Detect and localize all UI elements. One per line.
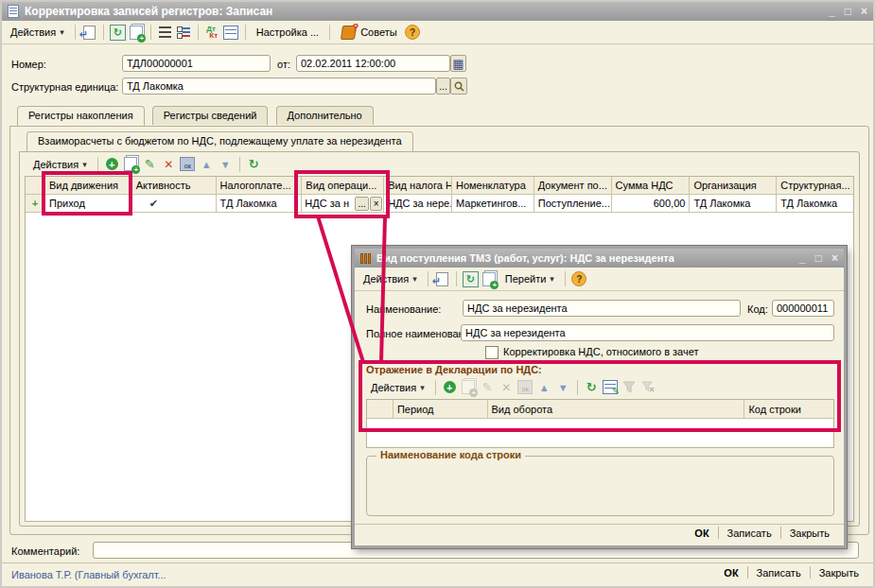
help-icon[interactable]: ? xyxy=(571,271,587,286)
move-up-icon[interactable]: ▲ xyxy=(199,157,215,172)
filter-clear-icon[interactable] xyxy=(640,380,656,395)
col-nomenclature[interactable]: Номенклатура xyxy=(452,177,534,195)
table-actions-menu[interactable]: Действия▾ xyxy=(28,157,92,172)
tab-additional[interactable]: Дополнительно xyxy=(276,106,374,125)
maximize-button[interactable]: □ xyxy=(845,5,851,18)
col-document[interactable]: Документ по... xyxy=(534,177,612,195)
move-up-icon[interactable]: ▲ xyxy=(536,380,552,395)
dialog-save-button[interactable]: Записать xyxy=(719,527,780,539)
date-label: от: xyxy=(277,59,290,70)
full-name-input[interactable]: НДС за нерезидента xyxy=(461,324,834,341)
table-row[interactable]: + Приход ✔ ТД Лакомка НДС за н ... × НДС… xyxy=(26,195,853,213)
vat-correction-checkbox[interactable] xyxy=(485,346,499,359)
ok-button[interactable]: ОК xyxy=(715,567,746,579)
number-input[interactable]: ТДЛ00000001 xyxy=(122,55,271,72)
unit-input[interactable]: ТД Лакомка xyxy=(122,78,436,95)
filter-icon[interactable] xyxy=(621,380,638,395)
add-row-icon[interactable]: + xyxy=(104,157,120,172)
declaration-empty-area[interactable] xyxy=(367,419,833,447)
copy-icon[interactable]: + xyxy=(481,271,498,286)
report-icon[interactable] xyxy=(223,25,239,40)
write-icon[interactable]: ↵ xyxy=(81,25,97,40)
unit-select-button[interactable]: ... xyxy=(436,78,450,95)
col-line-code[interactable]: Код строки xyxy=(744,400,833,419)
copy-icon[interactable]: + xyxy=(129,25,145,40)
calendar-button[interactable]: ▦ xyxy=(450,55,466,72)
actions-menu-button[interactable]: Действия▾ xyxy=(6,25,69,40)
copy-row-icon[interactable]: + xyxy=(461,380,477,395)
copy-row-icon[interactable]: + xyxy=(123,157,139,172)
refresh-icon[interactable]: ↻ xyxy=(110,25,126,40)
tips-button[interactable]: ? Советы xyxy=(336,23,401,42)
dialog-actions-menu[interactable]: Действия▾ xyxy=(359,271,422,286)
list-icon[interactable] xyxy=(157,25,173,40)
chevron-down-icon: ▾ xyxy=(550,274,554,284)
refresh-icon[interactable]: ↻ xyxy=(463,271,479,286)
move-down-icon[interactable]: ▼ xyxy=(218,157,234,172)
dialog-maximize-button[interactable]: □ xyxy=(815,251,822,265)
declaration-actions-menu[interactable]: Действия▾ xyxy=(366,380,429,395)
filter-settings-icon[interactable]: ✎ xyxy=(603,380,619,395)
tab-information-registers[interactable]: Регистры сведений xyxy=(152,106,269,125)
operation-clear-button[interactable]: × xyxy=(370,197,382,211)
selector-header xyxy=(367,400,394,419)
write-icon[interactable]: ↵ xyxy=(434,271,450,286)
move-down-icon[interactable]: ▼ xyxy=(555,380,571,395)
col-taxpayer[interactable]: Налогоплате... xyxy=(217,177,303,195)
col-unit[interactable]: Структурная... xyxy=(777,177,853,195)
delete-row-icon[interactable]: ✕ xyxy=(499,380,515,395)
chevron-down-icon: ▾ xyxy=(60,27,64,37)
save-button[interactable]: Записать xyxy=(748,567,810,579)
col-activity[interactable]: Активность xyxy=(132,177,217,195)
dialog-close-form-button[interactable]: Закрыть xyxy=(781,527,838,539)
go-menu-button[interactable]: Перейти▾ xyxy=(500,271,559,286)
unit-search-button[interactable] xyxy=(450,78,467,95)
mark-list-icon[interactable] xyxy=(176,25,192,40)
col-tax-kind[interactable]: Вид налога Н... xyxy=(384,177,452,195)
end-edit-icon[interactable]: ок xyxy=(180,157,196,172)
cell-tax-kind[interactable]: НДС за нере... xyxy=(384,195,452,213)
date-input[interactable]: 02.02.2011 12:00:00 xyxy=(296,55,450,72)
cell-vat-sum[interactable]: 600,00 xyxy=(612,195,691,213)
col-organization[interactable]: Организация xyxy=(690,177,777,195)
separator xyxy=(329,25,330,40)
operation-select-button[interactable]: ... xyxy=(355,197,369,211)
settings-button[interactable]: Настройка ... xyxy=(252,25,324,40)
edit-row-icon[interactable]: ✎ xyxy=(142,157,158,172)
name-input[interactable]: НДС за нерезидента xyxy=(463,300,741,317)
cell-organization[interactable]: ТД Лакомка xyxy=(690,195,777,213)
col-turnover-kind[interactable]: Вид оборота xyxy=(488,400,745,419)
dialog-ok-button[interactable]: ОК xyxy=(686,527,717,539)
dtkt-icon[interactable]: ДтКт xyxy=(204,25,220,40)
declaration-toolbar: Действия▾ + + ✎ ✕ ок ▲ ▼ ↻ ✎ xyxy=(362,376,779,398)
col-period[interactable]: Период xyxy=(394,400,488,419)
col-operation[interactable]: Вид операци... xyxy=(302,177,384,195)
dialog-close-button[interactable]: × xyxy=(831,251,838,265)
edit-row-icon[interactable]: ✎ xyxy=(480,380,496,395)
minimize-button[interactable]: _ xyxy=(829,5,835,18)
refresh-table-icon[interactable]: ↻ xyxy=(584,380,600,395)
code-input[interactable]: 000000011 xyxy=(772,300,834,317)
separator xyxy=(577,380,578,395)
end-edit-icon[interactable]: ок xyxy=(517,380,534,395)
cell-document[interactable]: Поступление... xyxy=(534,195,612,213)
cell-taxpayer[interactable]: ТД Лакомка xyxy=(217,195,303,213)
cell-operation[interactable]: НДС за н ... × xyxy=(302,195,384,213)
inner-tab-vat-settlements[interactable]: Взаиморасчеты с бюджетом по НДС, подлежа… xyxy=(26,131,413,151)
cell-activity[interactable]: ✔ xyxy=(132,195,217,213)
document-icon xyxy=(8,5,19,18)
dialog-minimize-button[interactable]: _ xyxy=(799,251,806,265)
col-kind[interactable]: Вид движения xyxy=(45,177,132,195)
add-row-icon[interactable]: + xyxy=(442,380,458,395)
delete-row-icon[interactable]: ✕ xyxy=(161,157,177,172)
tab-accumulation-registers[interactable]: Регистры накопления xyxy=(17,106,145,126)
cell-unit[interactable]: ТД Лакомка xyxy=(777,195,853,213)
help-icon[interactable]: ? xyxy=(405,25,421,40)
close-form-button[interactable]: Закрыть xyxy=(811,567,867,579)
cell-nomenclature[interactable]: Маркетингов... xyxy=(452,195,534,213)
cell-kind[interactable]: Приход xyxy=(45,195,132,213)
col-vat-sum[interactable]: Сумма НДС xyxy=(612,177,691,195)
window-title: Корректировка записей регистров: Записан xyxy=(25,5,272,18)
refresh-table-icon[interactable]: ↻ xyxy=(246,157,262,172)
close-button[interactable]: × xyxy=(861,5,867,18)
